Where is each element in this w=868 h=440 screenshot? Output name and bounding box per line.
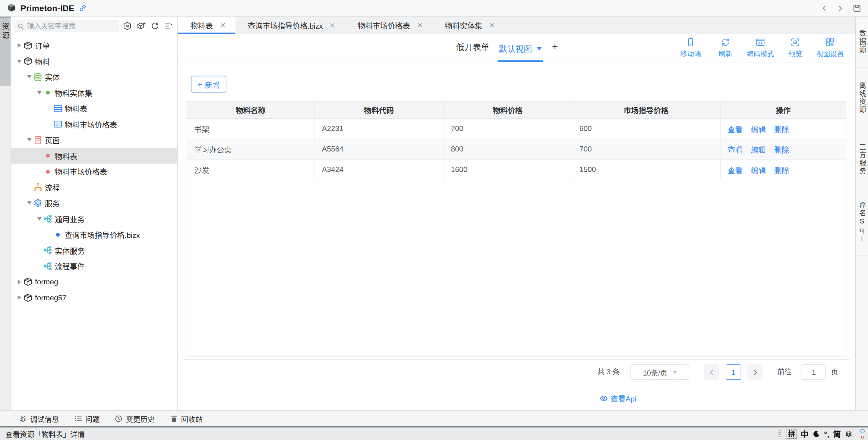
cube-plus-icon[interactable] (137, 22, 146, 30)
save-icon[interactable] (852, 4, 861, 12)
page-size-select[interactable]: 10条/页 (630, 364, 689, 380)
bottom-bar-issues[interactable]: 问题 (74, 413, 99, 424)
bottom-bar-debug[interactable]: 调试信息 (19, 413, 59, 424)
mobile-icon (673, 36, 708, 48)
expand-arrow-icon[interactable] (36, 91, 43, 94)
view-content: + 新增 物料名称物料代码物料价格市场指导价格操作书架A2231700600查看… (178, 62, 855, 410)
tree-item[interactable]: 页面 (11, 132, 177, 148)
expand-arrow-icon[interactable] (25, 75, 33, 78)
tree-item[interactable]: 订单 (11, 38, 177, 53)
view-action-code[interactable]: 编码模式 (743, 36, 778, 59)
tree-item[interactable]: 实体 (11, 69, 177, 85)
add-view-button[interactable]: + (552, 34, 558, 60)
tree-item[interactable]: 物料表 (11, 148, 177, 164)
tree-item-label: 流程事件 (55, 261, 85, 272)
tree-item[interactable]: 物料市场价格表 (11, 116, 177, 132)
close-icon[interactable] (489, 22, 496, 29)
tray-ring-icon[interactable] (860, 429, 865, 433)
ime-grip-handle[interactable] (778, 430, 781, 438)
tree-item[interactable]: 流程 (11, 179, 177, 195)
view-action-preview[interactable]: 预览 (778, 36, 813, 59)
delete-link[interactable]: 删除 (774, 125, 789, 134)
ime-item[interactable]: 简 (833, 428, 841, 439)
search-input[interactable] (27, 22, 116, 30)
left-rail: 资源 (0, 16, 11, 410)
delete-link[interactable]: 删除 (774, 166, 789, 175)
eye-icon (599, 394, 608, 402)
bottom-tool-bar: 调试信息问题变更历史回收站 (0, 410, 868, 426)
editor-tab-label: 物料表 (190, 20, 213, 31)
bottom-bar-history[interactable]: 变更历史 (115, 413, 155, 424)
tree-item[interactable]: 服务 (11, 195, 177, 211)
refresh-c-icon[interactable] (150, 22, 159, 30)
bottom-bar-recycle[interactable]: 回收站 (170, 413, 203, 424)
view-link[interactable]: 查看 (728, 166, 743, 175)
expand-arrow-icon[interactable] (25, 201, 33, 205)
view-link[interactable]: 查看 (728, 146, 743, 154)
ai-icon[interactable]: AI (123, 22, 132, 30)
preview-icon (778, 36, 813, 48)
close-icon[interactable] (416, 22, 423, 29)
ime-item[interactable]: 中 (801, 428, 809, 439)
tree-item[interactable]: 物料 (11, 53, 177, 69)
chevron-left-icon (708, 369, 715, 376)
table-cell: 600 (572, 119, 720, 139)
tree-item[interactable]: formeg (11, 274, 177, 290)
table-cell: 1500 (572, 159, 720, 180)
link-edit-icon[interactable] (79, 4, 87, 12)
expand-arrow-icon[interactable] (25, 138, 33, 141)
back-icon[interactable] (820, 4, 828, 12)
expand-arrow-icon[interactable] (36, 217, 43, 221)
prev-page-button[interactable] (704, 364, 719, 380)
right-rail-tab[interactable]: 数据源 (856, 16, 868, 67)
view-action-refresh[interactable]: 刷新 (708, 36, 743, 59)
view-api-link[interactable]: 查看Api (599, 393, 636, 404)
right-rail-tab-label: 命名Sql (856, 201, 867, 244)
tree-item[interactable]: 物料实体集 (11, 85, 177, 101)
expand-arrow-icon[interactable] (16, 60, 23, 63)
editor-tab[interactable]: 物料市场价格表 (345, 16, 432, 34)
edit-link[interactable]: 编辑 (751, 125, 766, 134)
view-link[interactable]: 查看 (728, 125, 743, 134)
table-row: 沙发A342416001500查看编辑删除 (187, 159, 846, 180)
forward-icon[interactable] (836, 4, 844, 12)
delete-link[interactable]: 删除 (774, 146, 789, 154)
editor-tab[interactable]: 物料实体集 (432, 16, 505, 34)
gear-icon (33, 199, 42, 208)
tree-item[interactable]: 查询市场指导价格.bizx (11, 227, 177, 242)
close-icon[interactable] (329, 22, 336, 29)
editor-tab[interactable]: 查询市场指导价格.bizx (235, 16, 345, 34)
close-icon[interactable] (219, 22, 226, 29)
ime-item[interactable]: 拼 (786, 430, 797, 438)
gear-icon[interactable] (845, 430, 852, 438)
next-page-button[interactable] (747, 364, 763, 380)
edit-link[interactable]: 编辑 (751, 146, 766, 154)
moon-icon[interactable] (812, 430, 820, 438)
add-record-button[interactable]: + 新增 (191, 76, 226, 93)
tree-item[interactable]: 流程事件 (11, 258, 177, 274)
tray-u-icon[interactable]: u (861, 434, 864, 439)
default-view-tab[interactable]: 默认视图 (499, 34, 542, 62)
tree-item[interactable]: 实体服务 (11, 242, 177, 258)
edit-link[interactable]: 编辑 (751, 166, 766, 175)
expand-arrow-icon[interactable] (16, 280, 23, 284)
tree-item[interactable]: 物料表 (11, 101, 177, 116)
system-tray: u (860, 429, 865, 439)
sort-icon[interactable] (164, 22, 173, 30)
tree-item[interactable]: 通用业务 (11, 211, 177, 227)
rail-tab-resources[interactable]: 资源 (0, 16, 10, 86)
expand-arrow-icon[interactable] (16, 43, 23, 48)
goto-page-input[interactable] (802, 364, 826, 380)
data-table-card: 物料名称物料代码物料价格市场指导价格操作书架A2231700600查看编辑删除学… (187, 101, 846, 357)
current-page-button[interactable]: 1 (726, 364, 741, 380)
tree-item[interactable]: formeg57 (11, 290, 177, 305)
view-action-mobile[interactable]: 移动端 (673, 36, 708, 59)
ime-item[interactable]: °, (824, 430, 829, 438)
tree-item[interactable]: 物料市场价格表 (11, 164, 177, 179)
editor-tab[interactable]: 物料表 (178, 16, 235, 34)
right-rail-tab[interactable]: 三方服务 (856, 128, 868, 190)
view-action-view-settings[interactable]: 视图设置 (812, 36, 847, 59)
right-rail-tab[interactable]: 命名Sql (856, 190, 868, 256)
expand-arrow-icon[interactable] (16, 296, 23, 300)
right-rail-tab[interactable]: 离线资源 (856, 67, 868, 128)
